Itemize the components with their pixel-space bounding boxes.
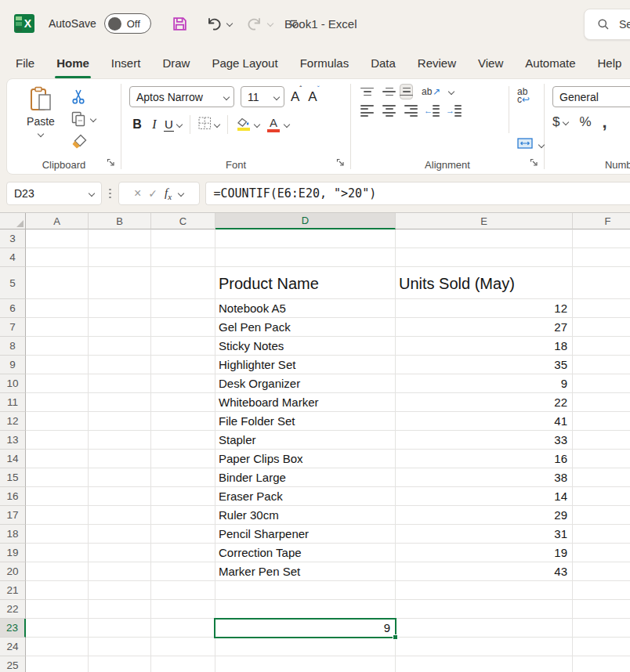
cell-D8[interactable]: Sticky Notes (215, 337, 396, 356)
row-header-25[interactable]: 25 (0, 656, 26, 672)
cell-B3[interactable] (89, 229, 151, 248)
row-header-13[interactable]: 13 (0, 431, 26, 450)
cell-B8[interactable] (89, 337, 151, 356)
align-center-button[interactable] (382, 105, 396, 117)
cell-B22[interactable] (89, 600, 151, 619)
column-header-C[interactable]: C (151, 213, 215, 229)
cell-C25[interactable] (151, 656, 215, 672)
cell-D10[interactable]: Desk Organizer (215, 374, 396, 393)
cell-C16[interactable] (151, 487, 215, 506)
borders-button[interactable] (198, 117, 212, 133)
cell-B21[interactable] (89, 581, 151, 600)
cell-F23[interactable] (573, 619, 630, 638)
row-header-9[interactable]: 9 (0, 356, 26, 374)
cell-D19[interactable]: Correction Tape (215, 544, 396, 562)
cell-B23[interactable] (89, 619, 151, 638)
name-box-chevron-icon[interactable] (89, 190, 95, 197)
cell-B6[interactable] (89, 299, 151, 318)
cell-D24[interactable] (215, 638, 396, 656)
cell-D9[interactable]: Highlighter Set (215, 356, 396, 374)
cell-F6[interactable] (573, 299, 630, 318)
cell-A25[interactable] (26, 656, 89, 672)
row-header-11[interactable]: 11 (0, 393, 26, 412)
cell-D16[interactable]: Eraser Pack (215, 487, 396, 506)
cell-B14[interactable] (89, 450, 151, 468)
underline-dropdown-chevron-icon[interactable] (176, 121, 183, 128)
cell-E21[interactable] (396, 581, 573, 600)
cell-E10[interactable]: 9 (396, 374, 573, 393)
row-header-24[interactable]: 24 (0, 638, 26, 656)
cell-F24[interactable] (573, 638, 630, 656)
font-size-combo[interactable]: 11 (241, 86, 284, 107)
row-header-8[interactable]: 8 (0, 337, 26, 356)
tab-help[interactable]: Help (587, 47, 630, 78)
merge-center-button[interactable] (517, 138, 533, 152)
row-header-5[interactable]: 5 (0, 267, 26, 299)
underline-button[interactable]: U (164, 117, 174, 132)
cell-E4[interactable] (396, 248, 573, 267)
search-box[interactable]: Se (584, 9, 630, 40)
cell-F16[interactable] (573, 487, 630, 506)
cell-C23[interactable] (151, 619, 215, 638)
bottom-align-button[interactable] (400, 84, 413, 100)
cell-E8[interactable]: 18 (396, 337, 573, 356)
row-header-17[interactable]: 17 (0, 506, 26, 525)
cell-B20[interactable] (89, 562, 151, 581)
copy-dropdown-chevron-icon[interactable] (90, 116, 96, 122)
cell-C20[interactable] (151, 562, 215, 581)
cell-F7[interactable] (573, 318, 630, 337)
undo-dropdown-chevron-icon[interactable] (226, 20, 232, 27)
tab-page-layout[interactable]: Page Layout (201, 47, 288, 78)
row-header-15[interactable]: 15 (0, 468, 26, 487)
row-header-12[interactable]: 12 (0, 412, 26, 431)
cell-E13[interactable]: 33 (396, 431, 573, 450)
cell-B12[interactable] (89, 412, 151, 431)
cell-E22[interactable] (396, 600, 573, 619)
orientation-button[interactable]: ab ↗ (422, 86, 440, 97)
cell-B7[interactable] (89, 318, 151, 337)
cell-E16[interactable]: 14 (396, 487, 573, 506)
row-header-4[interactable]: 4 (0, 248, 26, 267)
number-format-combo[interactable]: General (552, 86, 630, 107)
cell-A23[interactable] (26, 619, 89, 638)
cell-F14[interactable] (573, 450, 630, 468)
tab-formulas[interactable]: Formulas (289, 47, 360, 78)
cell-E12[interactable]: 41 (396, 412, 573, 431)
tab-insert[interactable]: Insert (100, 47, 152, 78)
middle-align-button[interactable] (382, 88, 396, 96)
merge-center-chevron-icon[interactable] (538, 142, 545, 148)
cell-F10[interactable] (573, 374, 630, 393)
cell-A21[interactable] (26, 581, 89, 600)
cell-C3[interactable] (151, 229, 215, 248)
cell-B19[interactable] (89, 544, 151, 562)
cell-B4[interactable] (89, 248, 151, 267)
font-family-combo[interactable]: Aptos Narrow (129, 86, 234, 107)
cell-A5[interactable] (26, 267, 89, 299)
cell-B25[interactable] (89, 656, 151, 672)
cell-F25[interactable] (573, 656, 630, 672)
cell-D23[interactable]: 9 (215, 619, 396, 638)
cell-B5[interactable] (89, 267, 151, 299)
bold-button[interactable]: B (129, 117, 145, 132)
cell-F9[interactable] (573, 356, 630, 374)
alignment-dialog-launcher[interactable] (530, 157, 538, 169)
cell-A19[interactable] (26, 544, 89, 562)
cell-E14[interactable]: 16 (396, 450, 573, 468)
cell-E19[interactable]: 19 (396, 544, 573, 562)
cell-F13[interactable] (573, 431, 630, 450)
cell-B15[interactable] (89, 468, 151, 487)
cell-D11[interactable]: Whiteboard Marker (215, 393, 396, 412)
formula-input[interactable]: =COUNTIF(E6:E20, ">20") (205, 182, 630, 205)
tab-review[interactable]: Review (407, 47, 467, 78)
borders-dropdown-chevron-icon[interactable] (214, 121, 220, 128)
tab-view[interactable]: View (467, 47, 514, 78)
row-header-20[interactable]: 20 (0, 562, 26, 581)
row-header-21[interactable]: 21 (0, 581, 26, 600)
cell-D12[interactable]: File Folder Set (215, 412, 396, 431)
cell-A4[interactable] (26, 248, 89, 267)
autosave-toggle[interactable]: Off (104, 13, 151, 34)
name-box[interactable]: D23 (6, 182, 102, 205)
cell-B17[interactable] (89, 506, 151, 525)
row-header-23[interactable]: 23 (0, 619, 26, 638)
cell-A17[interactable] (26, 506, 89, 525)
